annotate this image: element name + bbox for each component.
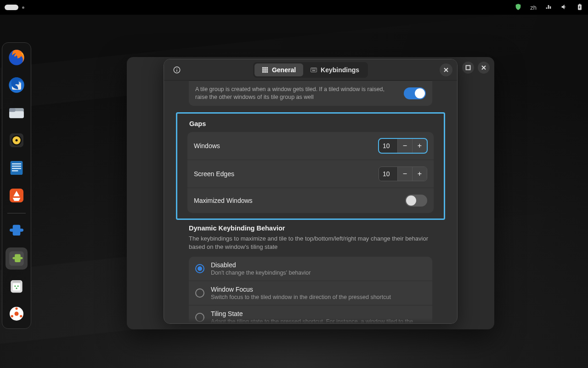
dynamic-option-tiling[interactable]: Tiling State Adapt the tiling state to t… <box>189 305 432 323</box>
gaps-windows-input[interactable] <box>379 139 397 153</box>
svg-rect-37 <box>264 71 266 73</box>
dynamic-keybinding-section: Dynamic Keybinding Behavior The keybindi… <box>189 224 432 323</box>
svg-rect-36 <box>262 71 264 73</box>
window-close-button[interactable] <box>478 62 490 74</box>
svg-rect-35 <box>266 69 268 71</box>
gaps-windows-row: Windows − + <box>187 132 434 160</box>
svg-point-22 <box>15 312 19 316</box>
tab-general-label: General <box>272 66 296 74</box>
svg-rect-45 <box>312 70 316 70</box>
dock-writer[interactable] <box>6 157 28 179</box>
svg-rect-11 <box>12 168 21 169</box>
tab-keybindings[interactable]: Keybindings <box>303 63 367 76</box>
dynamic-disabled-sub: Don't change the keybindings' behavior <box>211 270 311 276</box>
radio-disabled[interactable] <box>195 264 204 273</box>
dynamic-description: The keybindings to maximize and tile to … <box>189 235 432 251</box>
gaps-windows-increment[interactable]: + <box>412 139 427 153</box>
volume-icon <box>560 3 568 12</box>
shield-icon <box>514 3 522 12</box>
svg-rect-34 <box>264 69 266 71</box>
gaps-section-highlight: Gaps Windows − + Screen Edges <box>176 112 445 220</box>
gaps-screen-edges-input[interactable] <box>379 167 397 181</box>
gaps-maximized-label: Maximized Windows <box>194 197 405 204</box>
svg-rect-40 <box>311 69 312 69</box>
dock <box>2 42 31 329</box>
gaps-windows-label: Windows <box>194 142 379 150</box>
gaps-title: Gaps <box>189 120 434 127</box>
gaps-windows-spin: − + <box>379 138 427 153</box>
raise-together-description: A tile group is created when a window ge… <box>195 86 397 101</box>
dynamic-disabled-title: Disabled <box>211 261 311 269</box>
gaps-screen-edges-increment[interactable]: + <box>412 167 427 181</box>
activities-button[interactable] <box>5 5 18 10</box>
dynamic-title: Dynamic Keybinding Behavior <box>189 224 432 232</box>
network-icon <box>545 3 552 12</box>
svg-rect-16 <box>13 283 20 291</box>
svg-rect-26 <box>466 66 470 70</box>
dynamic-focus-sub: Switch focus to the tiled window in the … <box>211 294 391 300</box>
dock-separator <box>7 213 26 213</box>
svg-rect-39 <box>311 68 317 72</box>
svg-rect-44 <box>316 69 316 69</box>
svg-point-18 <box>17 285 19 287</box>
svg-point-25 <box>11 315 13 317</box>
dock-files[interactable] <box>6 102 28 124</box>
svg-point-23 <box>15 307 17 310</box>
window-maximize-button[interactable] <box>462 62 474 74</box>
svg-rect-9 <box>12 163 21 165</box>
gaps-screen-edges-decrement[interactable]: − <box>397 167 412 181</box>
gaps-group: Windows − + Screen Edges − <box>187 132 434 213</box>
svg-rect-20 <box>12 281 21 282</box>
svg-point-29 <box>176 68 177 69</box>
dock-software[interactable] <box>6 184 28 207</box>
raise-together-row[interactable]: A tile group is created when a window ge… <box>189 80 432 106</box>
gaps-maximized-row: Maximized Windows <box>187 188 434 213</box>
dock-rhythmbox[interactable] <box>6 129 28 151</box>
panel-status-area[interactable]: zh <box>514 3 583 12</box>
svg-rect-30 <box>262 67 264 69</box>
dock-firefox[interactable] <box>6 46 28 69</box>
input-language[interactable]: zh <box>530 4 537 11</box>
workspace-dot <box>22 6 24 9</box>
radio-tiling[interactable] <box>195 313 204 322</box>
dock-extensions[interactable] <box>6 247 28 270</box>
about-button[interactable] <box>170 63 183 76</box>
dynamic-tiling-sub: Adapt the tiling state to the pressed sh… <box>211 318 413 323</box>
svg-rect-10 <box>12 166 21 167</box>
raise-together-switch[interactable] <box>404 87 426 99</box>
tiling-preferences-dialog: General Keybindings A tile group is crea… <box>164 59 458 324</box>
gaps-screen-edges-spin: − + <box>379 167 427 181</box>
dock-thunderbird[interactable] <box>6 74 28 96</box>
svg-point-24 <box>20 315 22 317</box>
radio-focus[interactable] <box>195 288 204 298</box>
dynamic-option-focus[interactable]: Window Focus Switch focus to the tiled w… <box>189 281 432 305</box>
dynamic-focus-title: Window Focus <box>211 286 391 293</box>
gaps-screen-edges-label: Screen Edges <box>194 170 379 178</box>
svg-rect-12 <box>12 170 18 172</box>
dock-extension-blue[interactable] <box>6 220 28 242</box>
svg-rect-4 <box>9 108 15 112</box>
svg-rect-42 <box>313 69 314 69</box>
tab-general[interactable]: General <box>254 63 303 76</box>
svg-rect-31 <box>264 67 266 69</box>
svg-rect-41 <box>312 69 313 69</box>
dock-trash[interactable] <box>6 275 28 297</box>
dynamic-option-disabled[interactable]: Disabled Don't change the keybindings' b… <box>189 257 432 281</box>
gaps-windows-decrement[interactable]: − <box>397 139 412 153</box>
dialog-close-button[interactable] <box>440 63 452 76</box>
svg-rect-32 <box>266 67 268 69</box>
svg-rect-38 <box>266 71 268 73</box>
svg-point-7 <box>16 139 18 142</box>
tab-keybindings-label: Keybindings <box>321 66 359 74</box>
svg-point-17 <box>14 285 16 287</box>
dynamic-tiling-title: Tiling State <box>211 310 413 317</box>
dock-show-apps[interactable] <box>6 303 28 325</box>
extensions-window: General Keybindings A tile group is crea… <box>127 57 494 329</box>
svg-rect-33 <box>262 69 264 71</box>
gaps-maximized-switch[interactable] <box>405 195 427 207</box>
svg-rect-43 <box>314 69 315 69</box>
battery-icon <box>576 3 583 12</box>
dialog-headerbar: General Keybindings <box>164 59 457 80</box>
svg-rect-3 <box>9 111 24 118</box>
gaps-screen-edges-row: Screen Edges − + <box>187 160 434 188</box>
